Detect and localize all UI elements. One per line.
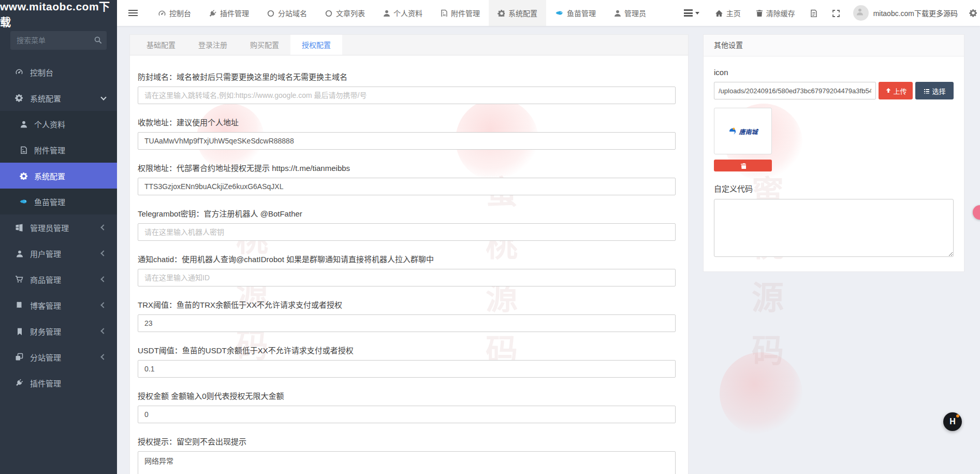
sidebar-item-dashboard[interactable]: 控制台	[0, 59, 117, 85]
menu-search-input[interactable]	[10, 31, 107, 50]
sidebar-item-system-config[interactable]: 系统配置	[0, 85, 117, 111]
windows-icon	[13, 223, 25, 232]
gear-icon	[498, 9, 505, 17]
watermark-peach	[720, 352, 802, 435]
sidebar-item-plugin-manage[interactable]: 插件管理	[0, 370, 117, 396]
upload-button[interactable]: 上传	[879, 82, 913, 99]
nav-item-label: 管理员	[624, 8, 646, 18]
side-float-widget[interactable]	[973, 205, 980, 220]
log-button[interactable]	[802, 0, 825, 26]
nav-item-dashboard[interactable]: 控制台	[149, 0, 200, 26]
plug-icon	[13, 379, 25, 387]
tab-login-register[interactable]: 登录注册	[187, 35, 239, 55]
sidebar-item-label: 附件管理	[34, 145, 65, 155]
sidebar-item-blog-manage[interactable]: 博客管理	[0, 292, 117, 318]
field-label: Telegrambot密钥：官方注册机器人 @BotFather	[138, 208, 676, 219]
payment-address-input[interactable]	[138, 132, 676, 150]
icon-path-input[interactable]	[714, 82, 876, 99]
sidebar-item-fish-manage[interactable]: 鱼苗管理	[0, 189, 117, 214]
nav-item-label: 附件管理	[451, 8, 480, 18]
file-image-icon	[18, 146, 29, 154]
sidebar-item-admin-manage[interactable]: 管理员管理	[0, 214, 117, 240]
telegram-bot-key-input[interactable]	[138, 223, 676, 241]
username-label: mitaobc.com下载更多源码	[873, 8, 958, 18]
nav-item-label: 文章列表	[336, 8, 365, 18]
home-label: 主页	[726, 8, 741, 18]
sidebar-item-finance-manage[interactable]: 财务管理	[0, 318, 117, 344]
gears-icon	[13, 94, 25, 103]
tab-authorize-config[interactable]: 授权配置	[290, 35, 342, 55]
clear-cache-button[interactable]: 清除缓存	[748, 0, 802, 26]
notify-chatid-input[interactable]	[138, 269, 676, 286]
plug-icon	[209, 9, 216, 17]
delete-icon-button[interactable]	[714, 160, 772, 171]
chevron-left-icon	[100, 328, 106, 334]
sidebar-item-attachments[interactable]: 附件管理	[0, 137, 117, 163]
fullscreen-button[interactable]	[825, 0, 847, 26]
nav-item-attachments[interactable]: 附件管理	[431, 0, 489, 26]
sidebar-item-label: 分站管理	[30, 352, 61, 363]
user-icon	[18, 120, 29, 128]
nav-item-label: 个人资料	[393, 8, 422, 18]
sidebar-item-label: 博客管理	[30, 300, 61, 311]
other-settings-panel: 其他设置 icon 上传 选择 唐南城 自定义代码	[703, 34, 964, 272]
sidebar-item-system-config-current[interactable]: 系统配置	[0, 163, 117, 189]
circle-icon	[267, 9, 274, 17]
sidebar-item-substation-manage[interactable]: 分站管理	[0, 344, 117, 370]
dashboard-icon	[158, 9, 166, 17]
nav-item-fish-manage[interactable]: 鱼苗管理	[546, 0, 605, 26]
auth-amount-input[interactable]	[138, 406, 676, 423]
chevron-left-icon	[100, 250, 106, 256]
sidebar-item-goods-manage[interactable]: 商品管理	[0, 266, 117, 292]
config-tabs: 基础配置 登录注册 购买配置 授权配置	[130, 35, 688, 55]
nav-item-label: 插件管理	[220, 8, 249, 18]
nav-item-subdomain[interactable]: 分站域名	[258, 0, 316, 26]
tab-purchase-config[interactable]: 购买配置	[239, 35, 290, 55]
nav-item-admin[interactable]: 管理员	[605, 0, 655, 26]
custom-code-textarea[interactable]	[714, 199, 954, 257]
menu-dropdown-icon[interactable]	[676, 9, 708, 17]
help-float-button[interactable]: H	[943, 412, 962, 431]
book-icon	[13, 301, 25, 309]
upload-icon	[884, 88, 890, 94]
custom-code-label: 自定义代码	[714, 183, 954, 194]
icon-upload-row: 上传 选择	[714, 82, 954, 99]
nav-item-system-config[interactable]: 系统配置	[489, 0, 546, 26]
user-icon	[13, 250, 25, 257]
sidebar-item-label: 系统配置	[30, 93, 61, 104]
field-telegram-bot-key: Telegrambot密钥：官方注册机器人 @BotFather	[138, 208, 676, 241]
user-menu[interactable]: mitaobc.com下载更多源码	[847, 0, 964, 26]
config-panel: 基础配置 登录注册 购买配置 授权配置 防封域名：域名被封后只需要更换这里的域名…	[129, 34, 689, 474]
permission-address-input[interactable]	[138, 178, 676, 195]
field-label: 防封域名：域名被封后只需要更换这里的域名无需更换主域名	[138, 71, 676, 82]
chevron-left-icon	[100, 354, 106, 360]
usdt-threshold-input[interactable]	[138, 360, 676, 378]
field-label: 通知chatid：使用机器人查询@chatIDrobot 如果是群聊通知请直接将…	[138, 253, 676, 264]
chevron-left-icon	[100, 224, 106, 230]
sidebar-item-label: 用户管理	[30, 248, 61, 259]
nav-item-profile[interactable]: 个人资料	[374, 0, 431, 26]
trx-threshold-input[interactable]	[138, 314, 676, 332]
fish-icon	[18, 197, 29, 206]
anti-block-domain-input[interactable]	[138, 87, 676, 104]
nav-item-plugins[interactable]: 插件管理	[200, 0, 258, 26]
tab-basic-config[interactable]: 基础配置	[135, 35, 187, 55]
settings-gears-icon[interactable]	[964, 9, 980, 18]
auth-tip-textarea[interactable]	[138, 451, 676, 474]
nav-item-articles[interactable]: 文章列表	[316, 0, 374, 26]
site-logo-mark	[728, 126, 737, 136]
authorize-config-form: 防封域名：域名被封后只需要更换这里的域名无需更换主域名 收款地址：建议使用个人地…	[130, 55, 688, 474]
icon-preview-thumbnail[interactable]: 唐南城	[714, 108, 772, 154]
help-float-label: H	[949, 417, 956, 426]
sidebar-menu: 控制台 系统配置 个人资料 附件管理 系统配置 鱼苗管理 管理员管理	[0, 59, 117, 396]
sidebar-item-label: 系统配置	[34, 170, 65, 181]
choose-button-label: 选择	[932, 86, 945, 96]
sidebar-toggle-icon[interactable]	[117, 10, 149, 16]
sidebar-item-profile[interactable]: 个人资料	[0, 111, 117, 137]
sidebar-item-user-manage[interactable]: 用户管理	[0, 240, 117, 266]
choose-button[interactable]: 选择	[915, 82, 954, 99]
nav-item-label: 系统配置	[508, 8, 537, 18]
field-auth-tip: 授权提示：留空则不会出现提示	[138, 436, 676, 474]
home-link[interactable]: 主页	[708, 0, 748, 26]
sidebar-item-label: 财务管理	[30, 326, 61, 337]
